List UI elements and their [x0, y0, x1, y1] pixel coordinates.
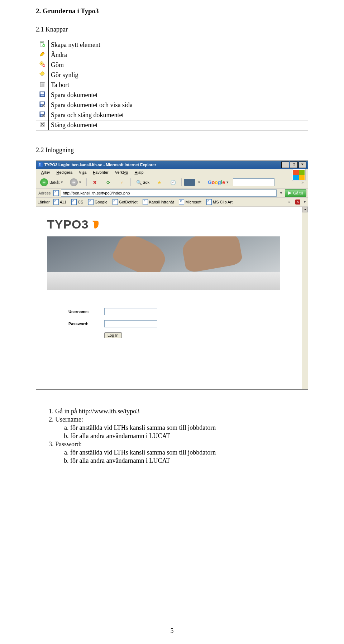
svg-point-13: [40, 72, 44, 76]
save-close-icon: [39, 111, 45, 117]
button-label: Gör synlig: [49, 70, 308, 80]
button-label: Göm: [49, 60, 308, 70]
buttons-table: Skapa nytt element Ändra Göm Gör synlig …: [36, 40, 308, 130]
table-row: Ta bort: [36, 80, 308, 90]
save-view-icon: [39, 101, 45, 107]
menu-favoriter[interactable]: Favoriter: [90, 169, 111, 175]
google-search-input[interactable]: [233, 178, 274, 186]
svg-rect-25: [41, 95, 44, 96]
window-titlebar: TYPO3 Login: ben.kansli.lth.se - Microso…: [36, 161, 308, 169]
save-icon: [39, 91, 45, 97]
link-gotdotnet[interactable]: GotDotNet: [111, 199, 139, 205]
instructions-list: Gå in på http://www.lth.se/typo3 Usernam…: [36, 408, 309, 465]
list-item: för alla andra användarnamn i LUCAT: [70, 457, 309, 465]
table-row: Skapa nytt element: [36, 40, 308, 50]
window-title: TYPO3 Login: ben.kansli.lth.se - Microso…: [44, 163, 156, 167]
table-row: Spara och stäng dokumentet: [36, 110, 308, 120]
table-row: Stäng dokumentet: [36, 120, 308, 130]
svg-rect-14: [42, 75, 43, 76]
favorites-button[interactable]: ★: [153, 178, 166, 186]
links-label: Länkar: [38, 200, 50, 204]
links-overflow[interactable]: »: [285, 200, 293, 204]
scrollbar[interactable]: [302, 207, 308, 389]
new-page-icon: [39, 41, 45, 47]
search-button[interactable]: 🔍Sök: [133, 177, 152, 187]
link-microsoft[interactable]: Microsoft: [177, 199, 203, 205]
link-cs[interactable]: CS: [70, 199, 85, 205]
svg-point-10: [41, 63, 42, 64]
username-input[interactable]: [104, 308, 157, 315]
typo3-logo: TYPO3: [47, 217, 301, 231]
svg-rect-28: [40, 102, 44, 104]
menu-redigera[interactable]: Redigera: [53, 169, 75, 175]
menu-verktyg[interactable]: Verktyg: [112, 169, 131, 175]
close-icon: [39, 121, 45, 127]
page-content: TYPO3 Username: Password: Log In: [36, 207, 308, 389]
login-button[interactable]: Log In: [104, 332, 122, 338]
hide-icon: [39, 61, 45, 67]
svg-rect-26: [43, 92, 43, 93]
refresh-button[interactable]: ⟳: [102, 178, 115, 186]
typo3-mark-icon: [91, 220, 100, 229]
links-bar: Länkar 411 CS Google GotDotNet Kansli in…: [36, 198, 308, 207]
table-row: Spara dokumentet och visa sida: [36, 100, 308, 110]
pdf-icon[interactable]: A: [295, 200, 300, 205]
button-label: Ta bort: [49, 80, 308, 90]
menu-visa[interactable]: Visa: [76, 169, 89, 175]
login-form: Username: Password: Log In: [68, 308, 301, 338]
google-toolbar[interactable]: Google ▼: [205, 177, 231, 187]
button-label: Skapa nytt element: [49, 40, 308, 50]
svg-rect-24: [40, 92, 44, 94]
table-row: Gör synlig: [36, 70, 308, 80]
go-button[interactable]: Gå till: [285, 189, 306, 197]
link-clipart[interactable]: MS Clip Art: [205, 199, 234, 205]
toolbar: ← Bakåt ▼ →▼ ✖ ⟳ ⌂ 🔍Sök ★ 🕘 ▼ Google ▼ »: [36, 176, 308, 189]
window-close-button[interactable]: ×: [298, 162, 306, 168]
list-item: för anställda vid LTHs kansli samma som …: [70, 449, 309, 456]
password-label: Password:: [68, 322, 104, 326]
svg-rect-1: [40, 42, 43, 43]
menu-arkiv[interactable]: Arkiv: [38, 169, 53, 175]
svg-rect-3: [40, 44, 43, 44]
extra-button[interactable]: [184, 179, 195, 186]
windows-flag-icon: [292, 169, 306, 181]
forward-button[interactable]: →▼: [67, 177, 84, 187]
ie-icon: [38, 162, 43, 167]
bulb-icon: [39, 71, 45, 77]
button-label: Ändra: [49, 50, 308, 60]
svg-rect-2: [40, 43, 43, 43]
username-label: Username:: [68, 309, 104, 314]
menu-hjalp[interactable]: Hjälp: [132, 169, 146, 175]
link-kansli[interactable]: Kansli intranät: [141, 199, 176, 205]
svg-rect-12: [43, 65, 45, 66]
list-item: för anställda vid LTHs kansli samma som …: [70, 424, 309, 432]
address-input[interactable]: [61, 189, 277, 197]
password-input[interactable]: [104, 320, 157, 327]
button-label: Spara dokumentet: [49, 90, 308, 100]
svg-rect-19: [40, 82, 44, 83]
list-item: Username: för anställda vid LTHs kansli …: [55, 416, 309, 440]
pencil-icon: [39, 51, 45, 57]
link-411[interactable]: 411: [52, 199, 68, 205]
link-google[interactable]: Google: [87, 199, 109, 205]
list-item: Gå in på http://www.lth.se/typo3: [55, 408, 309, 415]
svg-point-31: [43, 105, 44, 106]
table-row: Ändra: [36, 50, 308, 60]
hero-image: [47, 236, 280, 290]
address-label: Adress: [38, 191, 51, 195]
stop-button[interactable]: ✖: [89, 178, 101, 186]
list-item: för alla andra användarnamn i LUCAT: [70, 432, 309, 440]
trash-icon: [39, 81, 45, 87]
section-heading: 2. Grunderna i Typo3: [36, 7, 309, 15]
home-button[interactable]: ⌂: [116, 178, 128, 186]
button-label: Spara och stäng dokumentet: [49, 110, 308, 120]
button-label: Spara dokumentet och visa sida: [49, 100, 308, 110]
history-button[interactable]: 🕘: [167, 178, 179, 186]
page-icon: [53, 190, 59, 196]
minimize-button[interactable]: _: [281, 162, 289, 168]
maximize-button[interactable]: □: [290, 162, 298, 168]
address-dropdown[interactable]: ▼: [280, 191, 283, 195]
svg-rect-6: [43, 45, 44, 46]
back-button[interactable]: ← Bakåt ▼: [38, 177, 66, 187]
table-row: Göm: [36, 60, 308, 70]
